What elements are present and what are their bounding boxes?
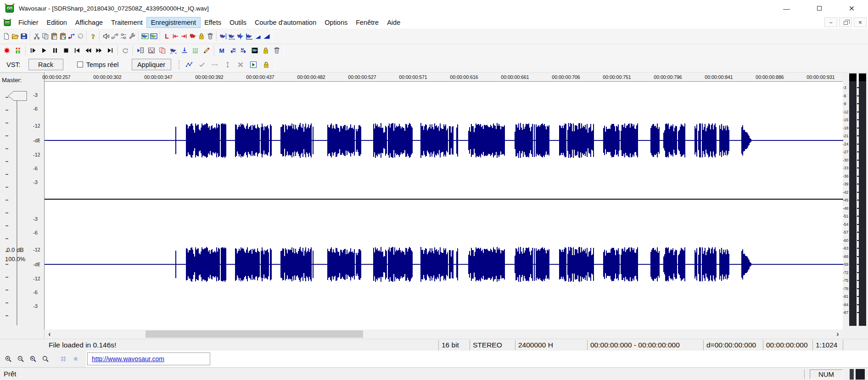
zoom-in-button[interactable] (3, 354, 13, 364)
play-button[interactable] (39, 45, 50, 56)
save-button[interactable] (19, 31, 28, 41)
wave-red-button[interactable] (188, 31, 197, 41)
waveform-display[interactable] (45, 82, 843, 330)
menu-item-options[interactable]: Options (320, 17, 352, 28)
go-start-button[interactable] (72, 45, 83, 56)
wave-rise-b-button[interactable] (262, 31, 271, 41)
marker-next-button[interactable]: M (238, 45, 249, 56)
node-b-button[interactable] (119, 31, 128, 41)
meter-tick (857, 192, 859, 193)
master-slider-handle[interactable] (7, 90, 28, 101)
insert-silence-button[interactable] (179, 45, 190, 56)
stop-button[interactable] (61, 45, 72, 56)
menu-item-affichage[interactable]: Affichage (71, 17, 107, 28)
master-slider-track[interactable] (17, 95, 18, 325)
stats-button[interactable] (146, 45, 157, 56)
lock-button[interactable] (197, 31, 206, 41)
cut-button[interactable] (32, 31, 41, 41)
wavosaur-logo-icon (5, 3, 15, 13)
timeline-ruler[interactable]: 00:00:00:25700:00:00:30200:00:00:34700:0… (44, 73, 843, 82)
copy-special-button[interactable] (157, 45, 168, 56)
zoom-sel-button[interactable] (28, 354, 38, 364)
loop-l-button[interactable]: L (162, 31, 171, 41)
vst-label: VST: (6, 61, 21, 68)
paste-button[interactable] (50, 31, 58, 41)
pencil-button[interactable] (201, 45, 212, 56)
clear-button[interactable] (235, 60, 246, 70)
zoom-wave-v-button[interactable] (218, 31, 227, 41)
menu-item-outils[interactable]: Outils (225, 17, 251, 28)
scrollbar-thumb[interactable] (146, 330, 363, 338)
trash-button[interactable] (206, 31, 214, 41)
zoom-wave-h-button[interactable] (227, 31, 236, 41)
mdi-minimize-button[interactable]: – (824, 17, 837, 27)
play-box-button[interactable] (248, 60, 258, 70)
minimize-button[interactable]: — (770, 0, 803, 17)
step-button[interactable] (210, 60, 220, 70)
speaker-button[interactable] (101, 31, 110, 41)
menu-item-courbe-d-automation[interactable]: Courbe d'automation (251, 17, 320, 28)
menu-item-aide[interactable]: Aide (383, 17, 404, 28)
zoom-wave-sel-button[interactable] (236, 31, 245, 41)
resize-grip[interactable] (856, 369, 865, 380)
vst-rack-button[interactable]: Rack (28, 59, 63, 70)
play-doc-button[interactable] (135, 45, 146, 56)
help-button[interactable]: ? (89, 31, 97, 41)
zoom-out-button[interactable] (15, 354, 26, 364)
trim-button[interactable] (67, 31, 76, 41)
pause-button[interactable] (50, 45, 61, 56)
lock-button[interactable] (260, 45, 271, 56)
grid-b-button[interactable] (70, 354, 81, 364)
go-end-button[interactable] (105, 45, 116, 56)
new-button[interactable] (2, 31, 11, 41)
mdi-controls: – × (824, 17, 867, 27)
resample-button[interactable] (190, 45, 201, 56)
undo-button[interactable] (76, 31, 84, 41)
loop-in-button[interactable] (171, 31, 179, 41)
close-button[interactable]: × (835, 0, 868, 17)
levels-button[interactable] (12, 45, 23, 56)
menu-item-fenetre[interactable]: Fenêtre (352, 17, 383, 28)
open-button[interactable] (11, 31, 19, 41)
menu-item-fichier[interactable]: Fichier (14, 17, 43, 28)
wave-zoom-button[interactable] (168, 45, 179, 56)
wave-calc-button[interactable] (140, 31, 149, 41)
vst-apply-button[interactable]: Appliquer (132, 59, 171, 70)
maximize-button[interactable] (803, 0, 835, 17)
menu-item-traitement[interactable]: Traitement (107, 17, 147, 28)
node-a-button[interactable] (110, 31, 119, 41)
loop-button[interactable] (120, 45, 131, 56)
wrench-button[interactable] (128, 31, 136, 41)
waveform-area[interactable] (44, 82, 843, 330)
wavosaur-link[interactable]: http://www.wavosaur.com (92, 355, 164, 363)
wave-rise-a-button[interactable] (253, 31, 262, 41)
scroll-left-button[interactable]: ‹ (45, 330, 55, 339)
loop-out-button[interactable] (179, 31, 188, 41)
horizontal-scrollbar[interactable]: ‹ › (44, 330, 843, 339)
menu-item-effets[interactable]: Effets (200, 17, 225, 28)
forward-button[interactable] (94, 45, 105, 56)
lock-button[interactable] (261, 60, 271, 70)
zoom-wave-edge-button[interactable] (245, 31, 253, 41)
check-button[interactable] (197, 60, 207, 70)
vrange-button[interactable] (223, 60, 233, 70)
grid-a-button[interactable] (58, 354, 68, 364)
paste-add-button[interactable] (58, 31, 67, 41)
play-from-cursor-button[interactable] (28, 45, 39, 56)
marker-button[interactable]: M (216, 45, 227, 56)
realtime-checkbox[interactable] (77, 61, 83, 67)
zoom-all-button[interactable] (40, 354, 50, 364)
rewind-button[interactable] (83, 45, 94, 56)
copy-button[interactable] (41, 31, 50, 41)
trash-button[interactable] (271, 45, 282, 56)
menu-item-edition[interactable]: Edition (43, 17, 71, 28)
curve-button[interactable] (184, 60, 194, 70)
wave-invert-button[interactable] (249, 45, 260, 56)
mdi-close-button[interactable]: × (854, 17, 867, 27)
scroll-right-button[interactable]: › (833, 330, 843, 339)
marker-prev-button[interactable]: M (227, 45, 238, 56)
mdi-restore-button[interactable] (839, 17, 852, 27)
menu-item-enregistrement[interactable]: Enregistrement (147, 17, 200, 28)
wave-view-button[interactable] (149, 31, 158, 41)
record-button[interactable] (1, 45, 12, 56)
